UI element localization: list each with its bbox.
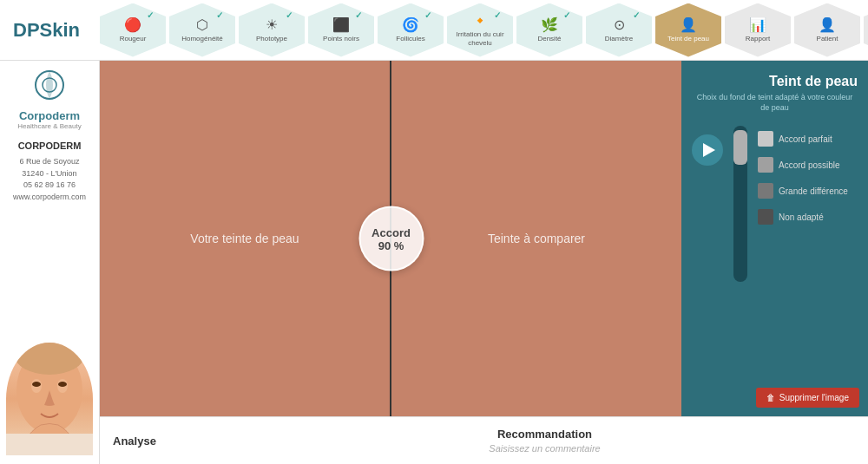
recommandation-section: Recommandation Saisissez un commentaire xyxy=(234,428,855,454)
irritation-icon: 🔸 xyxy=(471,12,489,29)
left-skin-panel: Votre teinte de peau xyxy=(100,61,391,416)
diametre-icon: ⊙ xyxy=(614,16,625,33)
analyse-label: Analyse xyxy=(113,435,234,448)
legend-slider[interactable] xyxy=(733,126,747,282)
check-icon: ✓ xyxy=(494,10,501,20)
supprimer-button[interactable]: 🗑 Supprimer l'image xyxy=(756,388,859,408)
check-icon: ✓ xyxy=(355,10,362,20)
right-panel-label: Teinte à comparer xyxy=(488,232,585,245)
play-button[interactable] xyxy=(692,134,723,166)
nav-item-homogeneite[interactable]: ✓ ⬡ Homogénéité xyxy=(169,3,235,57)
accord-badge: Accord 90 % xyxy=(358,206,424,271)
svg-rect-8 xyxy=(6,434,93,455)
check-icon: ✓ xyxy=(563,10,570,20)
legend-label-1: Accord possible xyxy=(779,160,840,170)
check-icon: ✓ xyxy=(216,10,223,20)
content-area: Votre teinte de peau Accord 90 % Teinte … xyxy=(100,61,868,464)
address-line3: 05 62 89 16 76 xyxy=(13,180,86,192)
points-noirs-icon: ⬛ xyxy=(332,16,350,33)
legend-item-1: Accord possible xyxy=(758,152,858,178)
nav-item-densite[interactable]: ✓ 🌿 Densité xyxy=(516,3,582,57)
commentaire-placeholder[interactable]: Saisissez un commentaire xyxy=(489,443,600,454)
logo-icon xyxy=(34,69,65,107)
svg-point-6 xyxy=(32,382,41,387)
image-section: Votre teinte de peau Accord 90 % Teinte … xyxy=(100,61,868,416)
right-panel: Teint de peau Choix du fond de teint ada… xyxy=(681,61,868,416)
legend-label-2: Grande différence xyxy=(779,186,848,196)
legend-label-3: Non adapté xyxy=(779,212,824,222)
svg-point-7 xyxy=(58,382,67,387)
check-icon: ✓ xyxy=(424,10,431,20)
slider-thumb xyxy=(733,130,747,165)
left-panel-label: Votre teinte de peau xyxy=(190,232,299,245)
homogeneite-icon: ⬡ xyxy=(196,16,208,33)
address-line2: 31240 - L'Union xyxy=(13,168,86,180)
company-name: CORPODERM xyxy=(18,141,82,151)
delete-icon: 🗑 xyxy=(766,393,775,402)
company-address: 6 Rue de Soyouz 31240 - L'Union 05 62 89… xyxy=(13,156,86,203)
nav-item-patient[interactable]: 👤 Patient xyxy=(794,3,860,57)
face-illustration xyxy=(6,343,93,455)
panel-subtitle: Choix du fond de teint adapté à votre co… xyxy=(692,93,858,113)
legend-label-0: Accord parfait xyxy=(779,134,832,144)
legend-swatch-3 xyxy=(758,209,773,225)
address-line1: 6 Rue de Soyouz xyxy=(13,156,86,168)
app-title: DPSkin xyxy=(4,19,100,42)
bottom-bar: Analyse Recommandation Saisissez un comm… xyxy=(100,416,868,464)
supprimer-label: Supprimer l'image xyxy=(779,393,849,402)
check-icon: ✓ xyxy=(286,10,293,20)
brand-sub: Healthcare & Beauty xyxy=(17,122,81,130)
address-line4: www.corpoderm.com xyxy=(13,192,86,204)
legend-swatch-2 xyxy=(758,183,773,199)
patient-icon: 👤 xyxy=(819,16,836,33)
teint-icon: 👤 xyxy=(680,16,697,33)
legend-swatch-0 xyxy=(758,131,773,147)
brand-name: Corpoderm xyxy=(19,109,80,122)
panel-title: Teint de peau xyxy=(692,74,858,89)
app-container: DPSkin ✓ 🔴 Rougeur ✓ ⬡ Homogénéité ✓ ☀ P… xyxy=(0,0,868,464)
nav-item-irritation[interactable]: ✓ 🔸 Irritation du cuir chevelu xyxy=(447,3,513,57)
legend-swatch-1 xyxy=(758,157,773,173)
face-svg xyxy=(6,343,93,455)
accord-line2: 90 % xyxy=(378,239,404,252)
nav-item-follicules[interactable]: ✓ 🌀 Follicules xyxy=(378,3,444,57)
phototype-icon: ☀ xyxy=(266,16,278,33)
rougeur-icon: 🔴 xyxy=(124,16,141,33)
legend-item-3: Non adapté xyxy=(758,204,858,230)
left-sidebar: Corpoderm Healthcare & Beauty CORPODERM … xyxy=(0,61,100,464)
check-icon: ✓ xyxy=(147,10,154,20)
accord-line1: Accord xyxy=(372,225,411,239)
nav-item-diametre[interactable]: ✓ ⊙ Diamètre xyxy=(586,3,652,57)
nav-item-points-noirs[interactable]: ✓ ⬛ Points noirs xyxy=(308,3,374,57)
legend-items: Accord parfait Accord possible Grande di… xyxy=(758,126,858,387)
legend-container: Accord parfait Accord possible Grande di… xyxy=(692,126,858,387)
right-skin-panel: Teinte à comparer xyxy=(391,61,681,416)
nav-item-accueil[interactable]: 🏠 Accueil xyxy=(864,3,868,57)
top-nav: DPSkin ✓ 🔴 Rougeur ✓ ⬡ Homogénéité ✓ ☀ P… xyxy=(0,0,868,61)
nav-item-teint-de-peau[interactable]: 👤 Teint de peau xyxy=(655,3,721,57)
check-icon: ✓ xyxy=(633,10,640,20)
follicules-icon: 🌀 xyxy=(402,16,419,33)
legend-item-2: Grande différence xyxy=(758,178,858,204)
nav-item-phototype[interactable]: ✓ ☀ Phototype xyxy=(239,3,305,57)
nav-item-rapport[interactable]: 📊 Rapport xyxy=(725,3,791,57)
rapport-icon: 📊 xyxy=(749,16,766,33)
densite-icon: 🌿 xyxy=(541,16,558,33)
play-icon xyxy=(703,143,715,157)
nav-item-rougeur[interactable]: ✓ 🔴 Rougeur xyxy=(100,3,166,57)
main-area: Corpoderm Healthcare & Beauty CORPODERM … xyxy=(0,61,868,464)
nav-items: ✓ 🔴 Rougeur ✓ ⬡ Homogénéité ✓ ☀ Phototyp… xyxy=(100,3,868,57)
recommandation-title: Recommandation xyxy=(497,428,592,441)
legend-item-0: Accord parfait xyxy=(758,126,858,152)
